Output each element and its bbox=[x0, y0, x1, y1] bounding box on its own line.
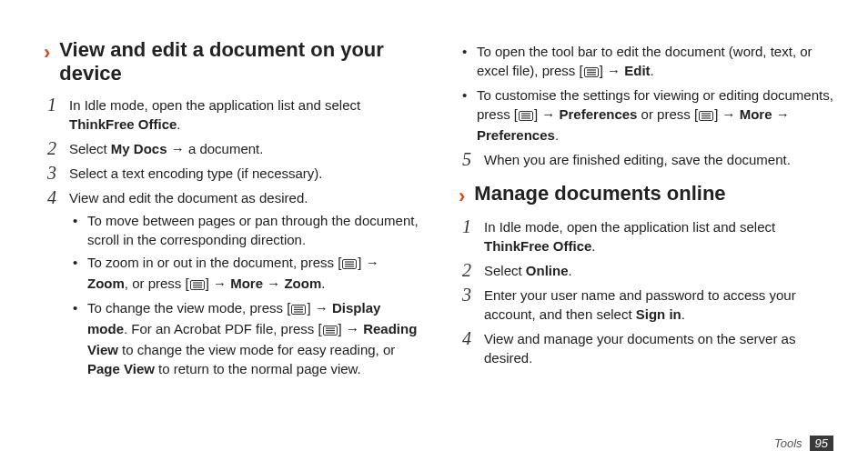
bullet-dot-icon: • bbox=[73, 211, 80, 249]
step-number: 1 bbox=[44, 95, 56, 115]
step-number: 4 bbox=[459, 328, 471, 348]
step-item: 4View and manage your documents on the s… bbox=[459, 329, 833, 367]
step-body: Select My Docs → a document. bbox=[69, 139, 419, 158]
step-number: 4 bbox=[44, 187, 56, 207]
step-body: View and manage your documents on the se… bbox=[484, 329, 833, 367]
step-item: 1In Idle mode, open the application list… bbox=[459, 217, 833, 256]
right-step5: 5When you are finished editing, save the… bbox=[459, 150, 833, 169]
footer-page-number: 95 bbox=[810, 436, 833, 451]
step-number: 2 bbox=[44, 138, 56, 158]
step-number: 3 bbox=[44, 163, 56, 183]
step-item: 2Select Online. bbox=[459, 261, 833, 280]
footer: Tools 95 bbox=[774, 436, 833, 451]
menu-icon bbox=[190, 276, 205, 295]
step-number: 2 bbox=[459, 260, 471, 280]
right-column: •To open the tool bar to edit the docume… bbox=[459, 36, 833, 391]
right-steps: 1In Idle mode, open the application list… bbox=[459, 217, 833, 367]
right-bullets: •To open the tool bar to edit the docume… bbox=[459, 42, 833, 145]
bullet-list: •To move between pages or pan through th… bbox=[69, 211, 419, 378]
menu-icon bbox=[291, 300, 306, 319]
bullet-item: •To customise the settings for viewing o… bbox=[462, 85, 833, 145]
bullet-dot-icon: • bbox=[73, 298, 80, 378]
step-item: 3Select a text encoding type (if necessa… bbox=[44, 164, 419, 183]
step-body: When you are finished editing, save the … bbox=[484, 150, 833, 169]
step-item: 1In Idle mode, open the application list… bbox=[44, 95, 419, 134]
menu-icon bbox=[584, 63, 599, 82]
footer-section: Tools bbox=[774, 436, 802, 450]
bullet-item: •To zoom in or out in the document, pres… bbox=[73, 253, 419, 295]
bullet-dot-icon: • bbox=[73, 253, 80, 295]
bullet-item: •To move between pages or pan through th… bbox=[73, 211, 419, 249]
chevron-icon: › bbox=[44, 41, 50, 65]
bullet-text: To zoom in or out in the document, press… bbox=[87, 253, 419, 295]
manual-page: › View and edit a document on your devic… bbox=[0, 0, 868, 471]
bullet-text: To customise the settings for viewing or… bbox=[477, 85, 833, 145]
step-item: 2Select My Docs → a document. bbox=[44, 139, 419, 158]
section-heading: › Manage documents online bbox=[459, 182, 833, 208]
step-body: Select Online. bbox=[484, 261, 833, 280]
step-item: 5When you are finished editing, save the… bbox=[459, 150, 833, 169]
step-body: Select a text encoding type (if necessar… bbox=[69, 164, 419, 183]
step-body: In Idle mode, open the application list … bbox=[69, 95, 419, 134]
left-steps: 1In Idle mode, open the application list… bbox=[44, 95, 419, 382]
step-body: Enter your user name and password to acc… bbox=[484, 286, 833, 324]
bullet-text: To open the tool bar to edit the documen… bbox=[477, 42, 833, 82]
menu-icon bbox=[323, 321, 338, 340]
section-heading: › View and edit a document on your devic… bbox=[44, 38, 419, 86]
menu-icon bbox=[699, 106, 713, 125]
bullet-text: To change the view mode, press [] → Disp… bbox=[87, 298, 419, 378]
bullet-dot-icon: • bbox=[462, 42, 469, 82]
step-number: 5 bbox=[459, 149, 471, 169]
step-body: In Idle mode, open the application list … bbox=[484, 217, 833, 256]
step-item: 4View and edit the document as desired.•… bbox=[44, 188, 419, 382]
bullet-item: •To change the view mode, press [] → Dis… bbox=[73, 298, 419, 378]
columns: › View and edit a document on your devic… bbox=[44, 36, 833, 391]
heading-text: View and edit a document on your device bbox=[59, 38, 419, 86]
heading-text: Manage documents online bbox=[474, 182, 725, 205]
bullet-dot-icon: • bbox=[462, 85, 469, 145]
left-column: › View and edit a document on your devic… bbox=[44, 36, 419, 391]
bullet-item: •To open the tool bar to edit the docume… bbox=[462, 42, 833, 82]
menu-icon bbox=[519, 106, 533, 125]
chevron-icon: › bbox=[459, 185, 465, 208]
menu-icon bbox=[342, 255, 357, 274]
step-body: View and edit the document as desired.•T… bbox=[69, 188, 419, 382]
step-item: 3Enter your user name and password to ac… bbox=[459, 286, 833, 324]
step-number: 3 bbox=[459, 285, 471, 305]
step-number: 1 bbox=[459, 216, 471, 236]
bullet-text: To move between pages or pan through the… bbox=[87, 211, 419, 249]
